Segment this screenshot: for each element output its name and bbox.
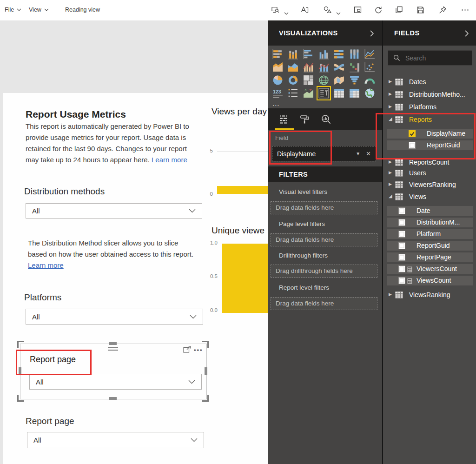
menu-file[interactable]: File: [5, 7, 21, 13]
slicer-dropdown[interactable]: All: [29, 374, 202, 390]
selection-corner-handle[interactable]: [202, 395, 209, 402]
focus-mode-icon[interactable]: [183, 345, 191, 353]
table-row-platforms[interactable]: ▶Platforms: [383, 102, 476, 112]
clustered-column-chart-icon[interactable]: [318, 48, 330, 60]
field-pill-dropdown-icon[interactable]: ▼: [356, 151, 360, 156]
page-layout-icon[interactable]: [353, 6, 363, 15]
menu-reading-view[interactable]: Reading view: [65, 7, 100, 13]
pin-icon[interactable]: [438, 6, 448, 15]
collapse-arrow-icon[interactable]: ◢: [389, 193, 392, 199]
checkbox-unchecked[interactable]: [398, 207, 405, 214]
tab-format[interactable]: [299, 114, 311, 125]
filled-map-icon[interactable]: [333, 74, 345, 86]
chart-bar[interactable]: [222, 244, 268, 313]
more-visuals-ellipsis[interactable]: ...: [272, 99, 280, 107]
selection-corner-handle[interactable]: [17, 395, 24, 402]
kpi-icon[interactable]: [303, 87, 314, 99]
clustered-bar-chart-icon[interactable]: [303, 48, 314, 60]
chevron-down-icon[interactable]: [336, 8, 341, 17]
expand-arrow-icon[interactable]: ▶: [389, 92, 392, 96]
field-row-date[interactable]: Date: [387, 206, 473, 216]
drag-handle-icon[interactable]: [108, 350, 118, 351]
duplicate-page-icon[interactable]: [395, 6, 404, 15]
expand-arrow-icon[interactable]: ▶: [389, 159, 392, 164]
card-icon[interactable]: 123: [272, 87, 284, 99]
search-input[interactable]: [404, 54, 462, 62]
save-icon[interactable]: [416, 6, 425, 15]
slicer-icon[interactable]: [318, 87, 330, 99]
expand-arrow-icon[interactable]: ▶: [389, 182, 392, 186]
field-row-reportpage[interactable]: ReportPage: [387, 252, 473, 262]
view-mode-icon[interactable]: [271, 6, 280, 15]
table-row-distributionmetho[interactable]: ▶DistributionMetho...: [383, 89, 476, 99]
stacked-column-chart-icon[interactable]: [287, 48, 299, 60]
table-row-views[interactable]: ◢Views: [383, 192, 476, 202]
100-stacked-column-chart-icon[interactable]: [349, 48, 360, 60]
donut-chart-icon[interactable]: [287, 74, 299, 86]
expand-arrow-icon[interactable]: ▶: [389, 292, 392, 297]
table-row-dates[interactable]: ▶Dates: [383, 77, 476, 87]
expand-arrow-icon[interactable]: ▶: [389, 104, 392, 109]
checkbox-unchecked[interactable]: [398, 277, 405, 284]
field-row-viewerscount[interactable]: ViewersCount: [387, 264, 473, 274]
multi-row-card-icon[interactable]: [287, 87, 299, 99]
field-pill-remove-icon[interactable]: ✕: [366, 150, 371, 157]
map-icon[interactable]: [318, 74, 330, 86]
collapse-panel-icon[interactable]: [465, 30, 469, 37]
field-row-reportguid[interactable]: ReportGuid: [387, 241, 473, 251]
refresh-icon[interactable]: [374, 6, 383, 15]
tab-fields[interactable]: [278, 114, 289, 125]
scatter-chart-icon[interactable]: [364, 61, 376, 73]
table-icon[interactable]: [333, 87, 345, 99]
area-chart-icon[interactable]: [272, 61, 284, 73]
filter-dropzone[interactable]: Drag drillthrough fields here: [271, 265, 377, 278]
selection-right-handle[interactable]: [205, 367, 207, 375]
learn-more-link[interactable]: Learn more: [152, 156, 187, 164]
waterfall-chart-icon[interactable]: [349, 61, 360, 73]
gauge-icon[interactable]: [364, 74, 376, 86]
matrix-icon[interactable]: [349, 87, 360, 99]
chart-bar[interactable]: [217, 186, 268, 194]
table-row-viewersranking[interactable]: ▶ViewersRanking: [383, 179, 476, 190]
drag-handle-icon[interactable]: [108, 347, 118, 348]
filter-dropzone[interactable]: Drag data fields here: [271, 297, 377, 310]
checkbox-unchecked[interactable]: [398, 254, 405, 261]
collapse-panel-icon[interactable]: [370, 30, 374, 37]
menu-view[interactable]: View: [29, 7, 49, 13]
fields-search-box[interactable]: [388, 50, 472, 66]
arcgis-map-icon[interactable]: [364, 87, 376, 99]
platforms-dropdown[interactable]: All: [26, 309, 203, 325]
visual-more-options-icon[interactable]: •••: [194, 346, 203, 353]
line-stacked-column-chart-icon[interactable]: [318, 61, 330, 73]
checkbox-unchecked[interactable]: [398, 265, 405, 272]
distribution-methods-dropdown[interactable]: All: [26, 203, 202, 219]
ribbon-chart-icon[interactable]: [333, 61, 345, 73]
field-row-viewscount[interactable]: ViewsCount: [387, 276, 473, 285]
funnel-icon[interactable]: [349, 74, 360, 86]
line-clustered-column-chart-icon[interactable]: [303, 61, 314, 73]
note-learn-more-link[interactable]: Learn more: [28, 261, 64, 269]
field-row-distributionm[interactable]: DistributionM...: [387, 218, 473, 227]
more-options-icon[interactable]: [461, 6, 470, 15]
pie-chart-icon[interactable]: [272, 74, 284, 86]
chevron-down-icon[interactable]: [284, 8, 289, 17]
stacked-bar-chart-icon[interactable]: [272, 48, 284, 60]
100-stacked-bar-chart-icon[interactable]: [333, 48, 345, 60]
selection-bottom-handle[interactable]: [109, 397, 117, 400]
field-row-platform[interactable]: Platform: [387, 229, 473, 239]
shapes-icon[interactable]: [323, 6, 332, 15]
table-row-viewsranking[interactable]: ▶ViewsRanking: [383, 290, 476, 300]
stacked-area-chart-icon[interactable]: [287, 61, 299, 73]
report-page-dropdown[interactable]: All: [27, 432, 204, 448]
tab-analytics[interactable]: [321, 114, 332, 125]
table-row-users[interactable]: ▶Users: [383, 168, 476, 178]
filter-dropzone[interactable]: Drag data fields here: [271, 201, 377, 214]
treemap-icon[interactable]: [303, 74, 314, 86]
filter-dropzone[interactable]: Drag data fields here: [271, 233, 377, 246]
checkbox-unchecked[interactable]: [398, 242, 405, 249]
checkbox-unchecked[interactable]: [398, 231, 405, 238]
text-box-icon[interactable]: [300, 6, 310, 15]
checkbox-unchecked[interactable]: [398, 219, 405, 226]
selection-top-handle[interactable]: [109, 342, 117, 345]
expand-arrow-icon[interactable]: ▶: [389, 79, 392, 84]
